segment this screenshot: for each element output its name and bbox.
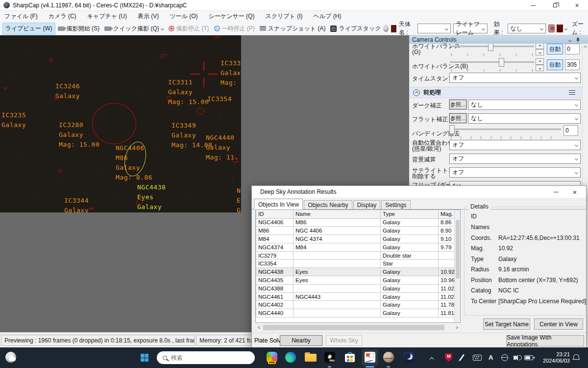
table-row[interactable]: NGC4440Galaxy11.81 [256,309,455,317]
column-header-type[interactable]: Type [381,210,439,218]
save-image-with-annotations-button[interactable]: Save Image With Annotations [506,335,584,346]
banding-removal-slider[interactable] [449,125,561,139]
set-target-name-button[interactable]: Set Target Name [483,318,530,330]
white-balance-g-auto-button[interactable]: 自動 [547,44,563,54]
tray-expand-icon[interactable] [430,354,433,363]
table-row[interactable]: NGC4435EyesGalaxy10.96 [256,276,455,285]
camera-preview[interactable]: IC3246Galaxy IC3235Galaxy IC3280GalaxyMa… [0,35,241,212]
taskbar-search[interactable] [157,351,255,364]
table-row[interactable]: IC3354Star [256,260,455,268]
tab-objects-nearby[interactable]: Objects Nearby [304,200,352,210]
weather-widget-icon[interactable] [5,351,18,364]
plate-solve-whole-sky-button[interactable]: Whole Sky [326,335,362,346]
capture-start-button[interactable]: 撮影開始 (S) [55,23,102,34]
center-in-view-button[interactable]: Center in View [534,318,583,330]
banding-removal-value[interactable]: 0 [564,125,578,136]
notification-bell-icon[interactable] [573,354,579,360]
column-header-id[interactable]: ID [256,210,294,218]
recording-indicator-icon[interactable] [391,25,397,32]
menu-help[interactable]: ヘルプ (H) [313,12,341,21]
object-name-combobox[interactable] [417,24,451,33]
tab-display[interactable]: Display [353,200,380,210]
microsoft-store-icon[interactable] [344,352,355,363]
dialog-minimize-button[interactable] [547,186,565,198]
flat-browse-button[interactable]: 参照... [449,113,466,123]
chevron-down-icon[interactable] [564,27,567,30]
auto-align-combobox[interactable]: オフ [449,140,581,150]
ime-indicator[interactable]: A [489,354,493,361]
timestamp-combobox[interactable]: オフ [449,73,581,83]
histogram-stretch-button[interactable] [557,25,563,32]
search-input[interactable] [171,354,240,361]
dialog-title-bar[interactable]: Deep Sky Annotation Results × [252,186,586,198]
white-balance-b-slider[interactable] [450,57,534,72]
copilot-icon[interactable]: PRE [267,352,277,363]
table-row[interactable]: IC3279Double star [256,251,455,260]
table-vertical-scrollbar[interactable] [454,210,460,322]
scroll-right-icon[interactable]: > [453,325,461,330]
menu-sequencer[interactable]: シーケンサー (Q) [209,12,255,21]
moon-phase-icon[interactable] [383,25,389,32]
white-balance-b-auto-button[interactable]: 自動 [547,59,563,70]
start-button[interactable] [141,354,148,362]
menu-scripting[interactable]: スクリプト (I) [265,12,302,21]
dark-browse-button[interactable]: 参照... [449,100,466,109]
table-row[interactable]: NGC4406M86Galaxy8.86 [256,218,455,227]
tab-objects-in-view[interactable]: Objects In View [254,199,303,210]
capture-stop-button[interactable]: 撮影停止 (T) [166,23,212,34]
stellarium-icon[interactable] [404,352,415,363]
table-row[interactable]: NGC4374M84Galaxy9.79 [256,243,455,251]
pin-icon[interactable] [576,37,580,43]
touch-keyboard-icon[interactable] [473,355,482,361]
plate-solve-nearby-button[interactable]: Nearby [280,335,322,346]
menu-tools[interactable]: ツール (O) [170,12,197,21]
table-horizontal-scrollbar[interactable]: < > [255,324,461,331]
live-stack-button[interactable]: ライブスタック [328,23,383,34]
column-header-mag[interactable]: Mag. [439,210,455,218]
display-stretch-button[interactable] [548,25,555,32]
restore-button[interactable] [544,0,566,11]
panel-menu-icon[interactable] [568,38,572,42]
mcafee-icon[interactable] [445,353,452,362]
live-view-button[interactable]: ライブビュー (W) [2,23,55,35]
background-subtraction-combobox[interactable]: オフ [449,154,581,164]
frame-type-combobox[interactable]: ライトフレーム [453,24,488,33]
table-row[interactable]: M84NGC 4374Galaxy9.10 [256,235,455,243]
white-balance-g-value[interactable]: 0 [565,44,580,54]
menu-file[interactable]: ファイル (F) [4,12,38,21]
white-balance-g-spinner[interactable] [536,44,544,55]
dialog-close-button[interactable]: × [565,186,584,198]
scroll-left-icon[interactable]: < [255,325,263,330]
effects-combobox[interactable]: なし [508,24,546,33]
battery-icon[interactable] [524,355,533,360]
table-row[interactable]: NGC4461NGC4443Galaxy11.02 [256,292,455,301]
column-header-name[interactable]: Name [294,210,381,218]
table-row-selected[interactable]: NGC4438EyesGalaxy10.92 [256,268,455,276]
planet-app-icon[interactable] [383,352,394,363]
minimize-button[interactable] [522,0,544,11]
dark-subtraction-combobox[interactable]: なし [468,100,581,110]
tab-settings[interactable]: Settings [381,200,410,210]
edge-browser-icon[interactable] [285,352,296,363]
table-row[interactable]: NGC4402Galaxy11.78 [256,301,455,309]
sharpcap-taskbar-icon[interactable]: PRO [324,352,335,363]
snapshot-button[interactable]: スナップショット (A) [257,23,328,34]
pause-button[interactable]: 一時停止 (P) [212,23,257,34]
close-button[interactable]: × [566,0,588,11]
flat-correction-combobox[interactable]: なし [468,113,581,124]
menu-camera[interactable]: カメラ (C) [49,12,76,21]
menu-capture[interactable]: キャプチャ (U) [87,12,127,21]
network-globe-icon[interactable] [501,354,508,361]
white-balance-b-spinner[interactable] [536,58,544,71]
satellite-trail-combobox[interactable]: オフ [449,167,581,178]
taskbar-clock[interactable]: 23:21 2024/06/03 [537,351,570,364]
pen-icon[interactable] [459,354,465,361]
menu-view[interactable]: 表示 (V) [138,12,159,21]
snipping-tool-icon[interactable] [362,349,378,366]
camera-controls-header[interactable]: Camera Controls [409,35,588,44]
section-menu-icon[interactable] [569,90,575,95]
white-balance-b-value[interactable]: 305 [565,59,580,70]
file-explorer-icon[interactable] [305,352,317,362]
table-row[interactable]: M86NGC 4406Galaxy8.90 [256,227,455,235]
table-row[interactable]: NGC4388Galaxy11.02 [256,284,455,292]
